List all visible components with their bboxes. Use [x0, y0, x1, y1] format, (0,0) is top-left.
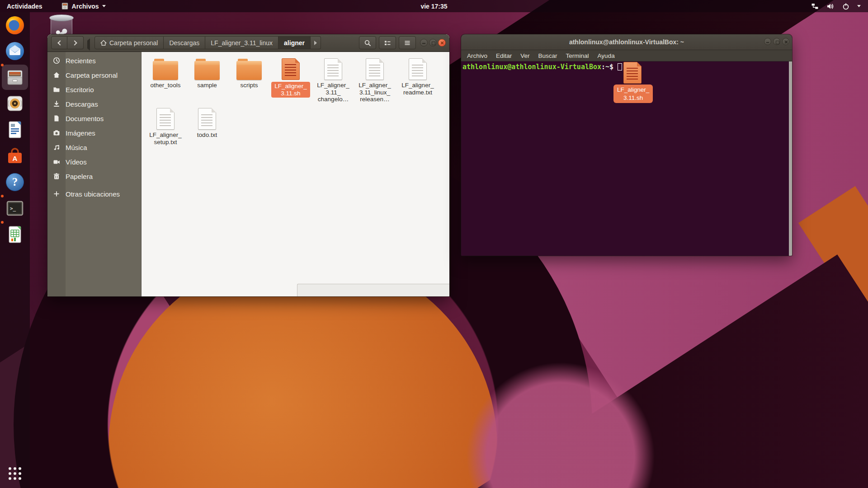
text-file-icon [198, 108, 216, 130]
pathbar-scroll-left-button[interactable] [87, 41, 90, 49]
sidebar-item-label: Imágenes [66, 129, 95, 137]
text-file-icon [409, 58, 427, 80]
terminal-scrollbar[interactable] [789, 61, 792, 256]
prompt-user-host: athlonlinux@athlonlinux-VirtualBox [462, 63, 601, 71]
close-button[interactable] [438, 39, 446, 47]
sidebar-item-label: Recientes [66, 57, 96, 65]
minimize-button[interactable] [764, 38, 771, 45]
breadcrumb-overflow[interactable] [311, 36, 321, 49]
dock: A ? >_ [0, 12, 30, 488]
file-item-sample[interactable]: sample [186, 56, 228, 89]
files-grid[interactable]: other_tools sample scripts LF_aligner_ 3… [142, 52, 449, 296]
file-label: LF_aligner_ 3.11_linux_ releasen… [354, 82, 396, 103]
breadcrumb-aligner-current[interactable]: aligner [278, 36, 311, 49]
text-file-icon [324, 58, 342, 80]
forward-button[interactable] [67, 36, 84, 49]
sidebar-item-otras-ubicaciones[interactable]: Otras ubicaciones [47, 187, 141, 201]
breadcrumb-label: aligner [284, 39, 305, 47]
file-label-selected: LF_aligner_ 3.11.sh [271, 82, 310, 98]
file-item-readme[interactable]: LF_aligner_ readme.txt [397, 56, 439, 96]
back-button[interactable] [51, 36, 67, 49]
folder-icon [47, 86, 66, 93]
sidebar-item-label: Otras ubicaciones [66, 190, 120, 198]
file-item-lf-aligner-sh-selected[interactable]: LF_aligner_ 3.11.sh [270, 56, 311, 98]
firefox-icon [4, 14, 26, 36]
menu-ayuda[interactable]: Ayuda [598, 52, 615, 59]
clock-label: vie 17:35 [420, 3, 447, 10]
show-applications-button[interactable] [8, 466, 22, 481]
menu-terminal[interactable]: Terminal [566, 52, 589, 59]
app-menu-button[interactable]: Archivos [57, 0, 110, 12]
running-indicator [1, 195, 4, 197]
sidebar-item-documentos[interactable]: Documentos [47, 111, 141, 126]
sidebar-item-descargas[interactable]: Descargas [47, 97, 141, 111]
sidebar-item-label: Papelera [66, 173, 93, 180]
sidebar-item-escritorio[interactable]: Escritorio [47, 82, 141, 97]
minimize-button[interactable] [420, 39, 428, 47]
file-label: sample [186, 82, 228, 89]
sidebar-item-imagenes[interactable]: Imágenes [47, 126, 141, 140]
close-button[interactable] [782, 38, 789, 45]
document-icon [47, 115, 66, 122]
dock-item-thunderbird[interactable] [4, 40, 26, 62]
search-button[interactable] [359, 36, 376, 49]
rhythmbox-icon [4, 93, 26, 114]
file-item-setup[interactable]: LF_aligner_ setup.txt [145, 106, 186, 145]
menu-ver[interactable]: Ver [520, 52, 529, 59]
ubuntu-software-icon: A [4, 145, 26, 167]
dock-item-ubuntu-software[interactable]: A [4, 145, 26, 167]
dock-item-rhythmbox[interactable] [4, 93, 26, 114]
prompt-dollar: $ [609, 63, 613, 71]
terminal-titlebar[interactable]: athlonlinux@athlonlinux-VirtualBox: ~ [461, 34, 792, 50]
dock-item-files[interactable] [4, 66, 26, 88]
running-indicator [1, 64, 4, 66]
svg-text:>_: >_ [10, 206, 16, 211]
sidebar-item-recientes[interactable]: Recientes [47, 53, 141, 68]
dock-item-firefox[interactable] [4, 14, 26, 36]
terminal-screen[interactable]: athlonlinux@athlonlinux-VirtualBox:~$ LF… [461, 61, 792, 256]
sidebar-item-videos[interactable]: Vídeos [47, 155, 141, 169]
triangle-left-icon [87, 38, 90, 51]
dock-item-libreoffice-writer[interactable] [4, 119, 26, 141]
maximize-button[interactable] [773, 38, 780, 45]
chevron-down-icon [857, 5, 861, 7]
network-icon [811, 3, 819, 10]
sidebar-item-label: Música [66, 144, 87, 151]
dock-item-libreoffice-calc[interactable] [4, 224, 26, 245]
triangle-right-icon [314, 41, 317, 45]
shell-prompt: athlonlinux@athlonlinux-VirtualBox:~$ [462, 63, 622, 71]
activities-button[interactable]: Actividades [0, 0, 49, 12]
maximize-button[interactable] [429, 39, 437, 47]
breadcrumb-lf-aligner-folder[interactable]: LF_aligner_3.11_linux [205, 36, 278, 49]
menu-button[interactable] [399, 36, 416, 49]
file-item-scripts[interactable]: scripts [228, 56, 270, 89]
sidebar-item-papelera[interactable]: Papelera [47, 169, 141, 183]
files-toolbar[interactable]: Carpeta personal Descargas LF_aligner_3.… [47, 34, 449, 52]
dock-item-help[interactable]: ? [4, 171, 26, 193]
dock-item-terminal[interactable]: >_ [4, 197, 26, 219]
plus-icon [47, 190, 66, 197]
menu-editar[interactable]: Editar [496, 52, 512, 59]
breadcrumb-label: Carpeta personal [109, 39, 158, 47]
files-window: Carpeta personal Descargas LF_aligner_3.… [47, 34, 449, 296]
file-item-changelog[interactable]: LF_aligner_ 3.11_ changelo… [312, 56, 354, 103]
menu-archivo[interactable]: Archivo [467, 52, 487, 59]
sidebar-item-musica[interactable]: Música [47, 140, 141, 155]
file-label: LF_aligner_ 3.11_ changelo… [312, 82, 354, 103]
help-icon: ? [4, 171, 26, 193]
clock[interactable]: vie 17:35 [0, 3, 868, 10]
menu-buscar[interactable]: Buscar [538, 52, 557, 59]
breadcrumb-descargas[interactable]: Descargas [164, 36, 205, 49]
recent-icon [47, 57, 66, 64]
sidebar-item-carpeta-personal[interactable]: Carpeta personal [47, 68, 141, 82]
drag-ghost-lf-aligner-sh: LF_aligner_ 3.11.sh [613, 62, 651, 103]
file-item-todo[interactable]: todo.txt [186, 106, 228, 139]
trash-icon [47, 173, 66, 180]
file-item-other-tools[interactable]: other_tools [145, 56, 186, 89]
sidebar-item-label: Vídeos [66, 158, 87, 166]
system-status-area[interactable] [811, 3, 868, 10]
file-label: LF_aligner_ setup.txt [145, 131, 186, 145]
view-toggle-button[interactable] [379, 36, 396, 49]
file-item-releasenotes[interactable]: LF_aligner_ 3.11_linux_ releasen… [354, 56, 396, 103]
breadcrumb-home[interactable]: Carpeta personal [94, 36, 164, 49]
